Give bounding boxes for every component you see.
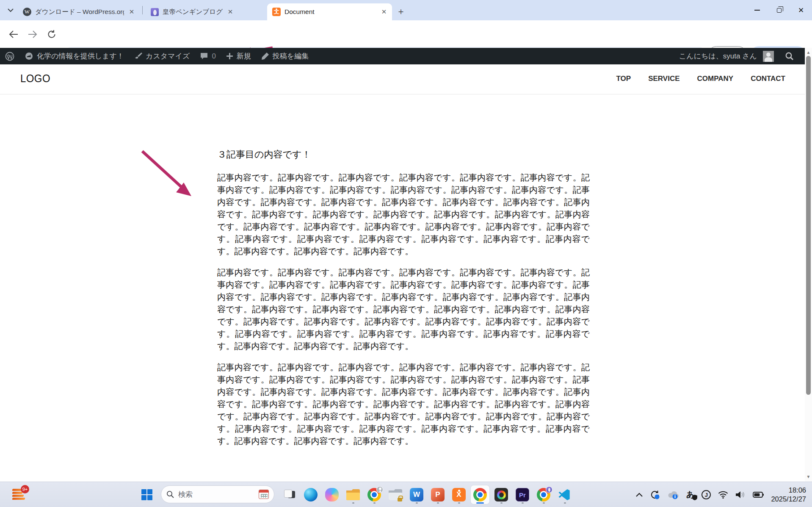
close-tab-icon[interactable]: ✕ bbox=[128, 8, 135, 16]
site-header: LOGO TOP SERVICE COMPANY CONTACT bbox=[0, 64, 805, 94]
windows-logo-icon bbox=[141, 489, 152, 500]
post-paragraph: 記事内容です。記事内容です。記事内容です。記事内容です。記事内容です。記事内容で… bbox=[217, 361, 590, 447]
avatar[interactable] bbox=[763, 51, 774, 62]
powerpoint-button[interactable]: P bbox=[428, 485, 447, 504]
howdy-greeting[interactable]: こんにちは、syuta さん bbox=[679, 51, 757, 61]
content-annotation-arrow bbox=[135, 146, 199, 203]
scrollbar-thumb[interactable] bbox=[806, 56, 811, 395]
sync-status-icon[interactable] bbox=[650, 490, 660, 500]
minimize-icon bbox=[754, 10, 760, 11]
onedrive-icon[interactable] bbox=[667, 490, 679, 499]
new-tab-button[interactable]: ＋ bbox=[395, 5, 407, 18]
calendar-widget-icon[interactable] bbox=[259, 490, 269, 499]
battery-icon[interactable] bbox=[753, 492, 764, 498]
site-logo[interactable]: LOGO bbox=[20, 72, 50, 85]
site-name-label: 化学の情報を提供します！ bbox=[37, 51, 124, 61]
dashboard-gauge-icon bbox=[25, 52, 33, 61]
window-close-button[interactable]: ✕ bbox=[790, 0, 812, 20]
tab-wordpress-download[interactable]: W ダウンロード – WordPress.org 日本 ✕ bbox=[18, 3, 140, 20]
vscode-icon bbox=[558, 488, 572, 501]
tab-search-button[interactable] bbox=[3, 3, 18, 17]
new-content-menu[interactable]: 新規 bbox=[221, 48, 256, 64]
browser-toolbar: localhost/my_wordpress/wordpress/?p=14 ゲ… bbox=[0, 20, 812, 48]
chrome-profile-button[interactable] bbox=[365, 485, 384, 504]
file-explorer-icon bbox=[346, 489, 360, 500]
browser-tab-strip: W ダウンロード – WordPress.org 日本 ✕ 皇帝ペンギンブログ … bbox=[0, 0, 812, 20]
secure-folder-button[interactable] bbox=[386, 485, 405, 504]
customize-menu[interactable]: カスタマイズ bbox=[129, 48, 195, 64]
close-tab-icon[interactable]: ✕ bbox=[380, 8, 388, 16]
pencil-icon bbox=[261, 52, 269, 60]
tab-penguin-blog[interactable]: 皇帝ペンギンブログ ✕ bbox=[145, 3, 263, 20]
post-paragraph: 記事内容です。記事内容です。記事内容です。記事内容です。記事内容です。記事内容で… bbox=[217, 172, 590, 258]
new-label: 新規 bbox=[237, 51, 251, 61]
penguin-icon bbox=[150, 8, 159, 16]
site-name-menu[interactable]: 化学の情報を提供します！ bbox=[19, 48, 129, 64]
tab-title: 皇帝ペンギンブログ bbox=[163, 8, 223, 17]
comment-bubble-icon bbox=[200, 52, 208, 60]
close-tab-icon[interactable]: ✕ bbox=[226, 8, 234, 16]
wordpress-admin-bar: 化学の情報を提供します！ カスタマイズ 0 新規 投稿を編集 こんにちは、syu… bbox=[0, 48, 805, 64]
xampp-button[interactable]: X bbox=[450, 485, 468, 504]
notification-badge: 9+ bbox=[21, 485, 29, 493]
windows-taskbar: 9+ 検索 W P X Pr bbox=[0, 482, 812, 507]
xampp-icon: X bbox=[452, 488, 466, 501]
copilot-button[interactable] bbox=[323, 485, 341, 504]
task-view-button[interactable] bbox=[280, 485, 299, 504]
search-icon bbox=[166, 490, 174, 498]
clock-app-icon[interactable]: J bbox=[702, 490, 711, 499]
edge-button[interactable] bbox=[301, 485, 320, 504]
premiere-button[interactable]: Pr bbox=[513, 485, 532, 504]
taskbar-search-box[interactable]: 検索 bbox=[161, 485, 274, 503]
wordpress-icon: W bbox=[23, 8, 31, 16]
search-icon[interactable] bbox=[785, 52, 794, 61]
wp-logo-menu[interactable] bbox=[0, 48, 19, 64]
xampp-icon: ⵋ bbox=[272, 8, 281, 16]
creative-cloud-button[interactable] bbox=[492, 485, 511, 504]
scroll-up-icon[interactable]: ▲ bbox=[805, 50, 812, 55]
task-view-icon bbox=[284, 489, 295, 500]
reload-button[interactable] bbox=[43, 26, 60, 43]
widgets-icon: 9+ bbox=[12, 488, 25, 501]
window-minimize-button[interactable] bbox=[746, 0, 768, 20]
window-restore-button[interactable] bbox=[768, 0, 790, 20]
clock-time: 18:06 bbox=[771, 486, 806, 495]
widgets-button[interactable]: 9+ bbox=[9, 485, 28, 504]
edit-post-label: 投稿を編集 bbox=[273, 51, 309, 61]
edit-post-menu[interactable]: 投稿を編集 bbox=[256, 48, 314, 64]
penguin-badge-icon bbox=[546, 486, 552, 493]
back-icon bbox=[9, 30, 18, 38]
word-button[interactable]: W bbox=[407, 485, 426, 504]
back-button[interactable] bbox=[5, 26, 22, 43]
nav-item-contact[interactable]: CONTACT bbox=[751, 75, 785, 83]
vscode-button[interactable] bbox=[555, 485, 574, 504]
chrome-penguin-button[interactable] bbox=[534, 485, 553, 504]
comments-menu[interactable]: 0 bbox=[195, 48, 221, 64]
clock-date: 2025/12/27 bbox=[771, 495, 806, 504]
chrome-icon bbox=[473, 488, 487, 501]
tray-overflow-chevron-icon[interactable] bbox=[636, 493, 643, 497]
word-icon: W bbox=[410, 488, 423, 501]
nav-item-company[interactable]: COMPANY bbox=[697, 75, 734, 83]
powerpoint-icon: P bbox=[431, 488, 445, 501]
page-scrollbar[interactable]: ▲ ▼ bbox=[805, 48, 812, 482]
nav-item-top[interactable]: TOP bbox=[616, 75, 631, 83]
forward-button[interactable] bbox=[24, 26, 41, 43]
search-placeholder: 検索 bbox=[178, 490, 254, 499]
ime-mode-icon[interactable]: あ bbox=[686, 489, 694, 500]
wifi-icon[interactable] bbox=[718, 491, 728, 499]
tab-document-active[interactable]: ⵋ Document ✕ bbox=[267, 3, 392, 20]
restore-icon bbox=[777, 8, 782, 13]
edge-icon bbox=[304, 488, 318, 501]
volume-icon[interactable] bbox=[735, 491, 746, 499]
start-button[interactable] bbox=[138, 485, 156, 504]
close-icon: ✕ bbox=[798, 6, 804, 15]
nav-item-service[interactable]: SERVICE bbox=[648, 75, 679, 83]
file-explorer-button[interactable] bbox=[344, 485, 362, 504]
customize-label: カスタマイズ bbox=[146, 51, 190, 61]
scroll-down-icon[interactable]: ▼ bbox=[805, 474, 812, 479]
copilot-icon bbox=[325, 488, 339, 501]
forward-icon bbox=[28, 30, 37, 38]
taskbar-clock[interactable]: 18:06 2025/12/27 bbox=[771, 486, 806, 504]
chrome-active-button[interactable] bbox=[471, 485, 489, 504]
